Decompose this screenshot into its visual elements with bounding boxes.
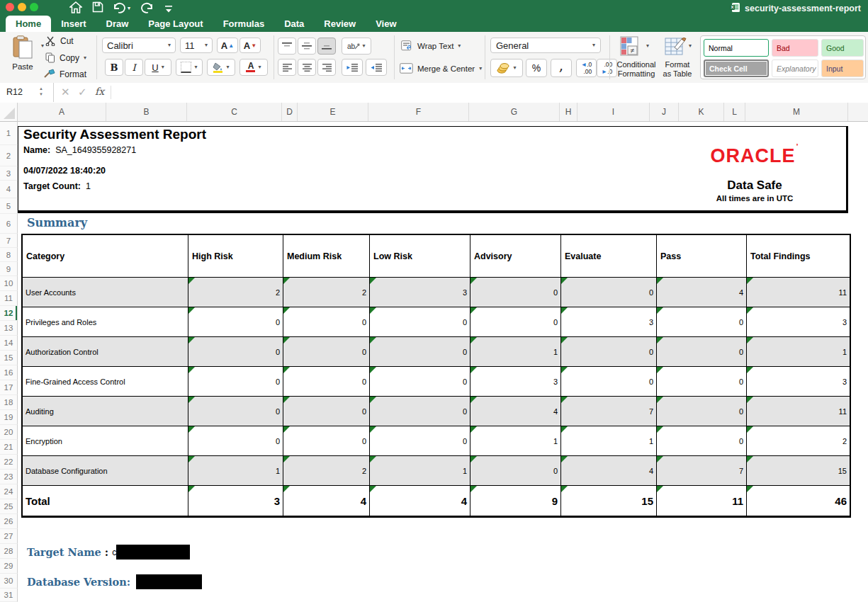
- value-cell[interactable]: 3: [370, 278, 470, 307]
- value-cell[interactable]: 2: [188, 278, 283, 307]
- value-cell[interactable]: 4: [470, 397, 561, 426]
- redo-icon[interactable]: [140, 1, 154, 16]
- tab-insert[interactable]: Insert: [51, 16, 96, 32]
- undo-icon[interactable]: [112, 1, 126, 16]
- column-header-F[interactable]: F: [368, 103, 469, 121]
- value-cell[interactable]: 0: [283, 337, 370, 367]
- total-value-cell[interactable]: 9: [470, 486, 561, 516]
- value-cell[interactable]: 0: [470, 278, 561, 307]
- format-painter-button[interactable]: Format: [44, 69, 86, 79]
- wrap-text-button[interactable]: Wrap Text ▾: [401, 40, 461, 51]
- minimize-window-button[interactable]: [18, 3, 26, 11]
- total-value-cell[interactable]: 15: [561, 486, 657, 516]
- select-all-corner[interactable]: [0, 103, 18, 122]
- column-header-H[interactable]: H: [560, 103, 577, 121]
- insert-function-icon[interactable]: fx: [95, 86, 104, 97]
- borders-button[interactable]: ▾: [176, 59, 203, 76]
- value-cell[interactable]: 0: [283, 307, 370, 337]
- row-header-25[interactable]: 25: [0, 499, 18, 514]
- value-cell[interactable]: 0: [561, 278, 657, 307]
- column-header-M[interactable]: M: [745, 103, 848, 121]
- align-left-button[interactable]: [278, 59, 296, 76]
- value-cell[interactable]: 2: [283, 456, 370, 486]
- tab-home[interactable]: Home: [6, 16, 51, 32]
- row-header-30[interactable]: 30: [0, 574, 18, 589]
- undo-dropdown-caret-icon[interactable]: ▾: [128, 5, 130, 11]
- value-cell[interactable]: 0: [657, 397, 747, 426]
- paste-button[interactable]: Paste: [7, 35, 38, 71]
- font-name-select[interactable]: Calibri▾: [102, 38, 176, 53]
- row-header-3[interactable]: 3: [0, 166, 18, 181]
- row-header-16[interactable]: 16: [0, 365, 18, 380]
- value-cell[interactable]: 0: [370, 307, 470, 337]
- total-label-cell[interactable]: Total: [23, 486, 188, 516]
- category-cell[interactable]: Database Configuration: [23, 456, 188, 486]
- value-cell[interactable]: 3: [747, 367, 850, 397]
- value-cell[interactable]: 3: [747, 307, 850, 337]
- formula-input[interactable]: [113, 83, 868, 102]
- total-value-cell[interactable]: 4: [370, 486, 470, 516]
- value-cell[interactable]: 3: [561, 307, 657, 337]
- orientation-button[interactable]: ab ▾: [342, 38, 371, 55]
- value-cell[interactable]: 1: [470, 337, 561, 367]
- column-header-E[interactable]: E: [298, 103, 368, 121]
- total-value-cell[interactable]: 46: [747, 486, 850, 516]
- value-cell[interactable]: 0: [188, 337, 283, 367]
- category-cell[interactable]: Encryption: [23, 426, 188, 456]
- row-header-17[interactable]: 17: [0, 380, 18, 395]
- tab-page-layout[interactable]: Page Layout: [138, 16, 213, 32]
- underline-button[interactable]: U▾: [145, 59, 171, 76]
- increase-decimal-button[interactable]: ◄.0.00: [576, 59, 597, 77]
- row-header-10[interactable]: 10: [0, 276, 18, 291]
- row-header-1[interactable]: 1: [0, 122, 18, 145]
- increase-font-size-button[interactable]: A▲: [217, 38, 238, 53]
- comma-style-button[interactable]: ,: [551, 59, 572, 77]
- save-icon[interactable]: [92, 1, 103, 16]
- cell-style-check-cell[interactable]: Check Cell: [704, 59, 769, 77]
- name-box-spinner[interactable]: ▲▼: [39, 86, 43, 98]
- row-header-13[interactable]: 13: [0, 321, 18, 336]
- value-cell[interactable]: 0: [283, 397, 370, 426]
- total-value-cell[interactable]: 3: [188, 486, 283, 516]
- header-cell[interactable]: Low Risk: [370, 235, 470, 278]
- value-cell[interactable]: 4: [657, 278, 747, 307]
- value-cell[interactable]: 7: [561, 397, 657, 426]
- value-cell[interactable]: 1: [561, 426, 657, 456]
- font-size-select[interactable]: 11▾: [180, 38, 213, 53]
- cell-style-bad[interactable]: Bad: [772, 39, 818, 57]
- row-header-14[interactable]: 14: [0, 336, 18, 351]
- align-bottom-button[interactable]: [317, 38, 336, 55]
- toolbar-more-icon[interactable]: [164, 4, 173, 16]
- row-header-22[interactable]: 22: [0, 455, 18, 470]
- value-cell[interactable]: 0: [188, 397, 283, 426]
- category-cell[interactable]: Authorization Control: [23, 337, 188, 367]
- bold-button[interactable]: B: [105, 59, 123, 76]
- row-header-27[interactable]: 27: [0, 529, 18, 544]
- value-cell[interactable]: 0: [188, 367, 283, 397]
- row-header-28[interactable]: 28: [0, 544, 18, 559]
- value-cell[interactable]: 0: [657, 367, 747, 397]
- increase-indent-button[interactable]: [366, 59, 387, 76]
- value-cell[interactable]: 0: [370, 337, 470, 367]
- row-header-18[interactable]: 18: [0, 395, 18, 410]
- value-cell[interactable]: 0: [370, 367, 470, 397]
- row-header-24[interactable]: 24: [0, 484, 18, 499]
- decrease-font-size-button[interactable]: A▼: [239, 38, 261, 53]
- column-header-A[interactable]: A: [18, 103, 106, 121]
- value-cell[interactable]: 2: [747, 426, 850, 456]
- column-header-L[interactable]: L: [724, 103, 745, 121]
- category-cell[interactable]: User Accounts: [23, 278, 188, 307]
- column-header-C[interactable]: C: [187, 103, 282, 121]
- header-cell[interactable]: Category: [23, 235, 188, 278]
- value-cell[interactable]: 15: [747, 456, 850, 486]
- tab-data[interactable]: Data: [274, 16, 314, 32]
- sheet-content[interactable]: Security Assessment Report Name: SA_1649…: [18, 122, 868, 602]
- row-header-5[interactable]: 5: [0, 198, 18, 214]
- merge-center-button[interactable]: Merge & Center ▾: [400, 63, 482, 74]
- cell-style-normal[interactable]: Normal: [704, 39, 769, 57]
- italic-button[interactable]: I: [125, 59, 143, 76]
- cell-style-explanatory-t-[interactable]: Explanatory T...: [772, 59, 818, 77]
- value-cell[interactable]: 3: [470, 367, 561, 397]
- value-cell[interactable]: 0: [657, 426, 747, 456]
- row-header-29[interactable]: 29: [0, 559, 18, 574]
